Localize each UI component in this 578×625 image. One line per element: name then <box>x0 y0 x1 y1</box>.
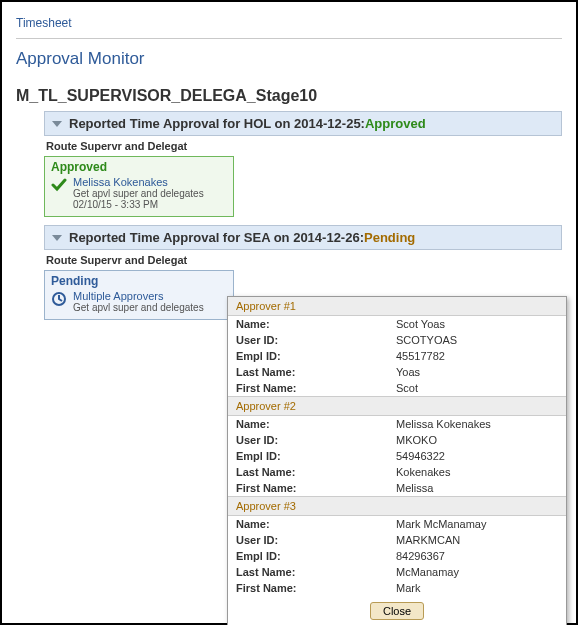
field-label-emplid: Empl ID: <box>236 550 396 562</box>
approver-group-header: Approver #2 <box>228 396 566 416</box>
field-value-name: Mark McManamay <box>396 518 486 530</box>
field-label-name: Name: <box>236 518 396 530</box>
field-label-firstname: First Name: <box>236 582 396 594</box>
clock-icon <box>51 291 67 307</box>
field-value-lastname: McManamay <box>396 566 459 578</box>
field-value-firstname: Melissa <box>396 482 433 494</box>
field-label-userid: User ID: <box>236 534 396 546</box>
breadcrumb[interactable]: Timesheet <box>16 12 562 39</box>
page-title: Approval Monitor <box>16 49 562 69</box>
approver-group-header: Approver #1 <box>228 297 566 316</box>
route-box-approved: Approved Melissa Kokenakes Get apvl supe… <box>44 156 234 217</box>
svg-marker-1 <box>52 235 62 241</box>
approver-link[interactable]: Melissa Kokenakes <box>73 176 204 188</box>
route-subtext-2: 02/10/15 - 3:33 PM <box>73 199 204 210</box>
field-label-lastname: Last Name: <box>236 366 396 378</box>
field-label-emplid: Empl ID: <box>236 450 396 462</box>
field-value-userid: SCOTYOAS <box>396 334 457 346</box>
field-label-name: Name: <box>236 418 396 430</box>
section-title-text: Reported Time Approval for HOL on 2014-1… <box>69 116 365 131</box>
field-value-userid: MARKMCAN <box>396 534 460 546</box>
field-label-firstname: First Name: <box>236 482 396 494</box>
route-status: Approved <box>51 160 227 174</box>
approvers-popup: Approver #1 Name:Scot Yoas User ID:SCOTY… <box>227 296 567 625</box>
route-subtext-1: Get apvl super and delegates <box>73 188 204 199</box>
section-status: Pending <box>364 230 415 245</box>
approver-group-header: Approver #3 <box>228 496 566 516</box>
field-value-emplid: 54946322 <box>396 450 445 462</box>
field-label-lastname: Last Name: <box>236 566 396 578</box>
check-icon <box>51 177 67 193</box>
field-value-emplid: 84296367 <box>396 550 445 562</box>
field-label-emplid: Empl ID: <box>236 350 396 362</box>
route-label: Route Supervr and Delegat <box>44 136 562 154</box>
field-value-emplid: 45517782 <box>396 350 445 362</box>
stage-heading: M_TL_SUPERVISOR_DELEGA_Stage10 <box>16 87 562 105</box>
collapse-icon[interactable] <box>51 232 63 244</box>
approval-section-0: Reported Time Approval for HOL on 2014-1… <box>44 111 562 217</box>
field-label-firstname: First Name: <box>236 382 396 394</box>
approver-link[interactable]: Multiple Approvers <box>73 290 204 302</box>
field-label-userid: User ID: <box>236 434 396 446</box>
field-value-firstname: Mark <box>396 582 420 594</box>
field-value-firstname: Scot <box>396 382 418 394</box>
section-header[interactable]: Reported Time Approval for SEA on 2014-1… <box>44 225 562 250</box>
close-button[interactable]: Close <box>370 602 424 620</box>
field-label-lastname: Last Name: <box>236 466 396 478</box>
field-value-lastname: Yoas <box>396 366 420 378</box>
field-label-userid: User ID: <box>236 334 396 346</box>
field-value-name: Melissa Kokenakes <box>396 418 491 430</box>
section-title: Reported Time Approval for HOL on 2014-1… <box>69 116 426 131</box>
section-title: Reported Time Approval for SEA on 2014-1… <box>69 230 415 245</box>
field-value-userid: MKOKO <box>396 434 437 446</box>
field-value-lastname: Kokenakes <box>396 466 450 478</box>
section-title-text: Reported Time Approval for SEA on 2014-1… <box>69 230 364 245</box>
field-label-name: Name: <box>236 318 396 330</box>
route-box-pending: Pending Multiple Approvers Get apvl supe… <box>44 270 234 320</box>
route-status: Pending <box>51 274 227 288</box>
field-value-name: Scot Yoas <box>396 318 445 330</box>
route-label: Route Supervr and Delegat <box>44 250 562 268</box>
route-subtext-1: Get apvl super and delegates <box>73 302 204 313</box>
collapse-icon[interactable] <box>51 118 63 130</box>
section-status: Approved <box>365 116 426 131</box>
svg-marker-0 <box>52 121 62 127</box>
section-header[interactable]: Reported Time Approval for HOL on 2014-1… <box>44 111 562 136</box>
